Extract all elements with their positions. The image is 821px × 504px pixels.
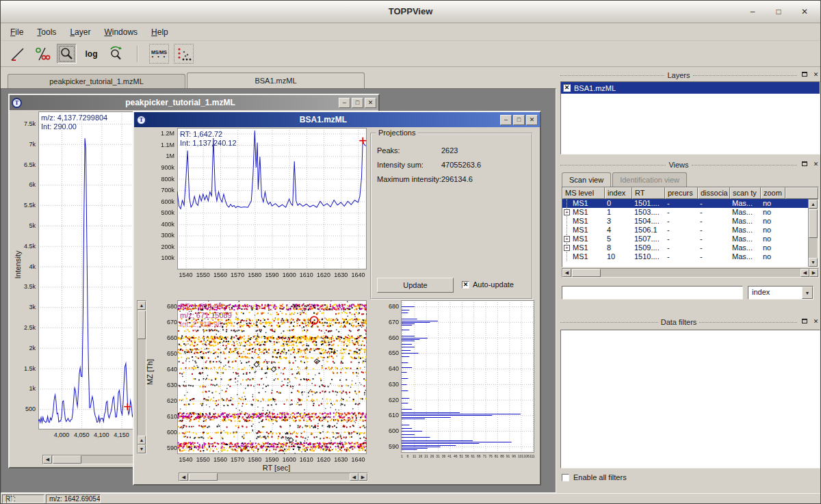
layer-visibility-checkbox[interactable]: ✕ [563, 84, 571, 92]
column-header-precurs[interactable]: precurs [665, 187, 698, 199]
expand-icon[interactable]: + [564, 236, 570, 242]
minimize-button[interactable]: – [500, 115, 512, 125]
close-button[interactable]: ✕ [526, 115, 538, 125]
layers-list[interactable]: ✕BSA1.mzML [560, 81, 820, 155]
scan-row[interactable]: MS1101510....--Mas...no [562, 252, 818, 261]
chromatogram-plot[interactable] [177, 128, 367, 269]
auto-update-checkbox[interactable]: ✕ [462, 281, 469, 289]
data-filters-list[interactable] [560, 330, 820, 468]
cell-zoom: no [761, 199, 785, 208]
scan-table-hscrollbar[interactable]: ◀◀▶ [562, 268, 819, 278]
column-header-zoom[interactable]: zoom [761, 187, 785, 199]
scroll-up-button[interactable]: ▲ [138, 301, 146, 310]
dropdown-arrow-icon[interactable]: ▼ [802, 287, 813, 299]
scroll-up-button[interactable]: ▲ [138, 436, 146, 445]
bsa1-titlebar[interactable]: T BSA1.mzML – □ ✕ [134, 112, 540, 127]
cell-dissociation: - [698, 252, 730, 261]
update-button[interactable]: Update [377, 278, 454, 293]
column-header-dissocia[interactable]: dissocia [698, 187, 730, 199]
scroll-left-button[interactable]: ◀ [350, 473, 359, 481]
float-panel-button[interactable] [800, 71, 809, 79]
scroll-up-button[interactable]: ▲ [809, 200, 818, 209]
show-1d-button[interactable] [8, 44, 27, 64]
close-button[interactable]: ✕ [797, 5, 812, 18]
float-panel-button[interactable] [800, 318, 809, 326]
menu-tools[interactable]: Tools [30, 25, 63, 40]
scan-row[interactable]: MS131504....--Mas...no [562, 217, 818, 226]
scroll-thumb[interactable] [189, 473, 218, 481]
zoom-mode-button[interactable] [57, 44, 77, 64]
close-button[interactable]: ✕ [365, 98, 376, 108]
column-header-ms-level[interactable]: MS level [562, 187, 605, 199]
cell-dissociation: - [698, 199, 730, 208]
projections-tool-button[interactable] [174, 44, 194, 64]
mz-projection-plot[interactable] [401, 300, 534, 453]
enable-all-filters-checkbox[interactable] [562, 474, 569, 481]
scroll-right-button[interactable]: ▶ [809, 269, 818, 277]
scroll-down-button[interactable]: ▼ [138, 445, 146, 453]
heatmap-hscrollbar[interactable]: ◀◀▶ [179, 473, 368, 481]
menu-layer[interactable]: Layer [63, 25, 97, 40]
scan-row[interactable]: MS141506.1--Mas...no [562, 226, 818, 235]
peakpicker-titlebar[interactable]: T peakpicker_tutorial_1.mzML – □ ✕ [10, 95, 378, 110]
close-panel-button[interactable]: ✕ [811, 161, 820, 169]
scroll-thumb[interactable] [53, 455, 81, 464]
mdi-area: T peakpicker_tutorial_1.mzML – □ ✕ m/z: … [1, 88, 556, 493]
tick-label: 111 [530, 454, 535, 458]
chromatogram-readout: RT: 1,642.72 Int: 1,137,240.12 [180, 130, 237, 148]
minimize-button[interactable]: – [339, 98, 350, 108]
close-panel-button[interactable]: ✕ [811, 71, 820, 79]
scroll-thumb[interactable] [809, 209, 818, 238]
scroll-track[interactable] [138, 310, 146, 436]
cell-zoom: no [761, 243, 785, 252]
scroll-left-button[interactable]: ◀ [43, 455, 52, 464]
maximize-button[interactable]: □ [771, 5, 786, 18]
tab-1[interactable]: BSA1.mzML [187, 72, 365, 88]
layer-item[interactable]: ✕BSA1.mzML [561, 82, 820, 94]
menu-file[interactable]: File [3, 25, 30, 40]
scan-row[interactable]: +MS151507....--Mas...no [562, 235, 818, 243]
scan-filter-input[interactable] [562, 286, 743, 300]
column-header-index[interactable]: index [605, 187, 632, 199]
scan-sort-combo[interactable]: index ▼ [748, 286, 813, 300]
scroll-left-button[interactable]: ◀ [562, 269, 571, 277]
expand-icon[interactable]: + [564, 245, 570, 251]
scan-table-vscrollbar[interactable]: ▲▼ [808, 199, 818, 267]
maximize-button[interactable]: □ [352, 98, 363, 108]
float-panel-button[interactable] [800, 161, 809, 169]
show-2d-button[interactable] [32, 44, 52, 64]
scan-row[interactable]: +MS181509....--Mas...no [562, 243, 818, 252]
scroll-track[interactable] [809, 209, 818, 258]
scroll-track[interactable] [571, 269, 800, 277]
menu-help[interactable]: Help [144, 25, 175, 40]
tick-label: 300k [151, 232, 174, 239]
scroll-track[interactable] [188, 473, 350, 481]
scan-row[interactable]: MS101501....--Mas...no [562, 199, 818, 208]
tab-0[interactable]: peakpicker_tutorial_1.mzML [8, 74, 185, 88]
scroll-right-button[interactable]: ▶ [359, 473, 367, 481]
tick-label: 1620 [314, 271, 333, 278]
tab-scan-view[interactable]: Scan view [562, 172, 611, 187]
expand-icon[interactable]: + [564, 209, 570, 215]
column-header-rt[interactable]: RT [632, 187, 665, 199]
scan-row[interactable]: +MS111503....--Mas...no [562, 208, 818, 217]
scroll-down-button[interactable]: ▼ [809, 258, 818, 267]
cell-scan-type: Mas... [730, 235, 761, 243]
scroll-thumb[interactable] [572, 269, 601, 277]
maximize-button[interactable]: □ [513, 115, 525, 125]
heatmap-vscrollbar[interactable]: ▲▲▼ [137, 300, 146, 454]
close-panel-button[interactable]: ✕ [811, 318, 820, 326]
tick-label: 101 [518, 454, 523, 458]
scroll-left-button[interactable]: ◀ [800, 269, 809, 277]
scroll-left-button[interactable]: ◀ [179, 473, 188, 481]
reset-zoom-button[interactable] [106, 44, 126, 64]
menu-windows[interactable]: Windows [97, 25, 144, 40]
msms-view-button[interactable]: MS/MS • • • [149, 44, 169, 64]
layers-panel-title: Layers [667, 71, 690, 79]
scroll-thumb[interactable] [138, 310, 146, 339]
column-header-scan-ty[interactable]: scan ty [730, 187, 761, 199]
tab-identification-view[interactable]: Identification view [612, 172, 687, 187]
log-intensity-button[interactable]: log [81, 44, 101, 64]
child-window-bsa1[interactable]: T BSA1.mzML – □ ✕ RT: 1,642.72 Int: 1,13… [133, 111, 541, 486]
minimize-button[interactable]: – [745, 5, 760, 18]
